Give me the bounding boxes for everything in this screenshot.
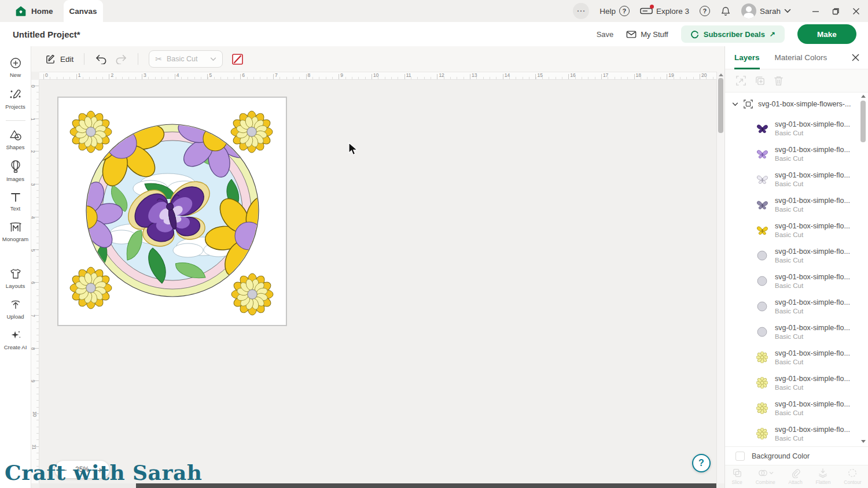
sidebar-item-images[interactable]: Images [0,160,31,182]
account-menu[interactable]: Sarah [741,3,791,19]
ruler-number: 4 [176,72,179,78]
sidebar-item-upload[interactable]: Upload [0,298,31,320]
layer-thumbnail-icon [755,326,769,338]
notification-dot [650,5,654,9]
cricut-design-space-window: { "window": { "tabs": [ { "label": "Home… [0,0,868,488]
layer-row[interactable]: svg-01-box-simple-flo... Basic Cut [725,217,868,243]
layer-row[interactable]: svg-01-box-simple-flo... Basic Cut [725,345,868,370]
layers-toolbar [725,69,868,93]
layer-row[interactable]: svg-01-box-simple-flo... Basic Cut [725,319,868,345]
layer-row[interactable]: svg-01-box-simple-flo... Basic Cut [725,421,868,446]
layers-list: svg-01-box-simple-flowers-... svg-01-box… [725,93,868,446]
ellipsis-icon: ⋯ [576,6,586,16]
layer-row[interactable]: svg-01-box-simple-flo... Basic Cut [725,268,868,294]
scroll-up-arrow-icon[interactable] [719,73,723,76]
canvas-artwork[interactable] [58,97,286,326]
layer-row[interactable]: svg-01-box-simple-flo... Basic Cut [725,192,868,217]
ruler-number: 9 [30,380,36,383]
ruler-number: 5 [30,249,36,252]
chevron-down-icon [210,57,216,61]
ruler-number: 11 [31,444,37,449]
save-button[interactable]: Save [597,30,614,39]
layer-row[interactable]: svg-01-box-simple-flo... Basic Cut [725,395,868,421]
layer-linetype: Basic Cut [775,332,850,341]
tab-layers[interactable]: Layers [734,46,760,69]
layers-scrollbar[interactable] [860,94,867,444]
explore-machine-button[interactable]: Explore 3 [640,6,689,16]
my-stuff-label: My Stuff [641,30,668,39]
slice-icon [732,468,742,478]
layer-thumbnail-icon [755,225,769,236]
zoom-level: 25% [75,465,89,474]
minimize-button[interactable] [812,8,819,15]
sidebar-item-shapes[interactable]: Shapes [0,129,31,150]
ruler-number: 3 [144,72,146,78]
layer-row[interactable]: svg-01-box-simple-flo... Basic Cut [725,370,868,395]
my-stuff-button[interactable]: My Stuff [626,30,668,39]
close-button[interactable] [852,8,860,15]
titlebar-right: ⋯ Help ? Explore 3 ? Sarah [573,0,868,22]
linetype-dropdown[interactable]: ✂ Basic Cut [149,50,223,68]
ruler-number: 6 [30,282,36,284]
color-swatch[interactable] [232,54,243,65]
scroll-up-arrow-icon[interactable] [861,95,866,98]
sidebar-item-projects[interactable]: Projects [0,87,31,110]
layer-group-row[interactable]: svg-01-box-simple-flowers-... [725,93,868,116]
vertical-ruler: 01234567891011 [31,80,39,483]
feedback-button[interactable]: ? [700,6,710,16]
zoom-in-button[interactable]: + [97,465,102,475]
canvas-horizontal-scrollbar[interactable] [39,483,716,488]
group-select-icon[interactable] [735,75,746,86]
duplicate-icon[interactable] [755,75,766,86]
layer-row[interactable]: svg-01-box-simple-flo... Basic Cut [725,116,868,141]
layer-row[interactable]: svg-01-box-simple-flo... Basic Cut [725,243,868,268]
tab-material-colors[interactable]: Material Colors [775,46,827,69]
sidebar-item-text[interactable]: Text [0,191,31,212]
layer-linetype: Basic Cut [775,205,850,213]
attach-icon [790,468,801,478]
layer-name: svg-01-box-simple-flo... [775,171,850,180]
more-menu-button[interactable]: ⋯ [573,3,589,19]
subscriber-deals-button[interactable]: Subscriber Deals ↗ [681,25,785,43]
scroll-down-arrow-icon[interactable] [861,440,866,443]
panel-close-icon[interactable] [851,53,860,62]
layer-row[interactable]: svg-01-box-simple-flo... Basic Cut [725,294,868,319]
notifications-button[interactable] [720,6,731,17]
undo-button[interactable] [95,54,108,64]
zoom-out-button[interactable]: − [62,465,67,475]
combine-button[interactable]: Combine [756,468,775,485]
sidebar-item-create-ai[interactable]: Create AI [0,329,31,350]
trash-icon[interactable] [774,75,784,86]
help-button[interactable]: Help ? [599,6,630,16]
layer-thumbnail-icon [755,301,769,312]
user-name: Sarah [760,7,781,16]
layer-row[interactable]: svg-01-box-simple-flo... Basic Cut [725,167,868,192]
tshirt-icon [9,268,23,280]
attach-button[interactable]: Attach [789,468,803,485]
layer-thumbnail-icon [755,250,769,261]
cricut-access-icon [690,30,699,39]
slice-button[interactable]: Slice [731,468,742,485]
contour-button[interactable]: Contour [844,468,861,485]
floating-help-button[interactable]: ? [692,454,711,472]
chevron-down-icon[interactable] [732,102,738,106]
flatten-button[interactable]: Flatten [815,468,830,485]
sidebar-item-new[interactable]: New [0,57,31,78]
horizontal-scroll-thumb[interactable] [136,483,716,488]
edit-pen-icon [45,54,56,65]
make-button[interactable]: Make [797,24,856,44]
tab-home[interactable]: Home [0,0,64,22]
sidebar-item-monogram[interactable]: Monogram [0,221,31,242]
restore-button[interactable] [832,8,840,15]
sidebar-item-layouts[interactable]: Layouts [0,268,31,289]
tab-canvas[interactable]: Canvas [64,0,103,22]
background-color-checkbox[interactable] [735,452,745,461]
ruler-number: 8 [30,347,36,350]
layer-row[interactable]: svg-01-box-simple-flo... Basic Cut [725,141,868,167]
redo-button[interactable] [115,54,127,64]
vertical-scroll-thumb[interactable] [718,78,723,133]
layers-panel: Layers Material Colors svg-01-box-simple… [724,46,868,488]
canvas-vertical-scrollbar[interactable] [716,72,724,483]
layers-scroll-thumb[interactable] [860,101,866,142]
edit-button[interactable]: Edit [45,54,73,65]
